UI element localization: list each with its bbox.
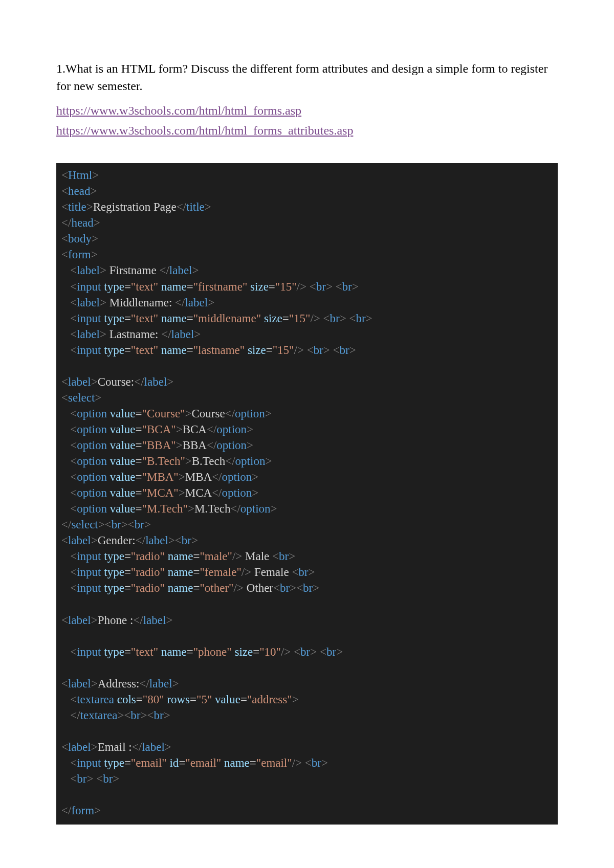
label-course: Course: (98, 375, 135, 388)
label-middlename: Middlename: (106, 296, 175, 309)
code-block: <Html> <head> <title>Registration Page</… (56, 163, 558, 825)
label-email: Email : (98, 741, 132, 753)
question-text: 1.What is an HTML form? Discuss the diff… (56, 60, 558, 95)
label-phone: Phone : (98, 614, 134, 627)
label-gender: Gender: (98, 534, 136, 547)
label-address: Address: (98, 677, 140, 690)
label-lastname: Lastname: (106, 328, 161, 341)
document-page: 1.What is an HTML form? Discuss the diff… (0, 0, 614, 868)
title-text: Registration Page (93, 201, 177, 213)
label-firstname: Firstname (106, 264, 160, 277)
reference-link-1[interactable]: https://www.w3schools.com/html/html_form… (56, 104, 558, 118)
reference-link-2[interactable]: https://www.w3schools.com/html/html_form… (56, 124, 558, 138)
